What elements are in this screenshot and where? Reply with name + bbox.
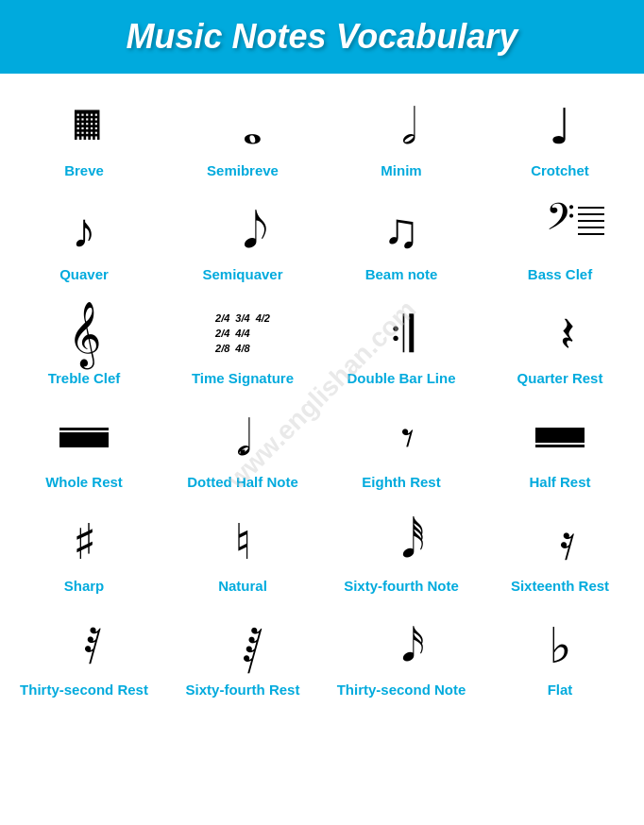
treble-clef-label: Treble Clef — [48, 370, 121, 387]
quaver-label: Quaver — [59, 266, 109, 283]
beam-note-label: Beam note — [365, 266, 438, 283]
half-rest-label: Half Rest — [529, 474, 590, 491]
list-item: 𝄽 Quarter Rest — [481, 291, 639, 395]
double-bar-label: Double Bar Line — [347, 370, 455, 387]
sixteenth-rest-label: Sixteenth Rest — [511, 578, 609, 595]
list-item: ♩ Crotchet — [481, 83, 639, 187]
list-item: 𝅗𝅥. Dotted Half Note — [163, 395, 322, 498]
sharp-symbol: ♯ — [73, 511, 96, 572]
list-item: 𝅘𝅥𝅯 Thirty-second Note — [322, 602, 481, 706]
semiquaver-label: Semiquaver — [202, 266, 282, 283]
thirty-second-note-label: Thirty-second Note — [337, 682, 466, 699]
list-item: Half Rest — [481, 395, 639, 498]
quaver-symbol: ♪ — [72, 199, 96, 261]
flat-label: Flat — [548, 682, 573, 699]
list-item: ♪ Quaver — [5, 187, 163, 291]
symbol-grid: www.englishan.com 𝄜 Breve 𝅝 Semibreve 𝅗𝅥 … — [0, 74, 644, 716]
natural-label: Natural — [218, 578, 267, 595]
sixty-fourth-rest-label: Sixty-fourth Rest — [186, 682, 300, 699]
list-item: ♭ Flat — [481, 602, 639, 706]
thirty-second-rest-label: Thirty-second Rest — [20, 682, 148, 699]
list-item: 𝄾 Eighth Rest — [322, 395, 481, 498]
natural-symbol: ♮ — [234, 511, 252, 572]
time-signature-label: Time Signature — [192, 370, 294, 387]
treble-clef-symbol: 𝄞 — [68, 303, 101, 364]
sixty-fourth-note-label: Sixty-fourth Note — [344, 578, 459, 595]
beam-note-symbol: ♫ — [383, 199, 420, 261]
list-item: 𝅁 Sixty-fourth Rest — [163, 602, 322, 706]
double-bar-symbol: 𝄇 — [390, 303, 414, 364]
whole-rest-label: Whole Rest — [45, 474, 123, 491]
list-item: 𝅘𝅥𝅰 Sixty-fourth Note — [322, 498, 481, 602]
list-item: ♯ Sharp — [5, 498, 163, 602]
list-item: 𝄿 Sixteenth Rest — [481, 498, 639, 602]
eighth-rest-label: Eighth Rest — [362, 474, 440, 491]
list-item: 𝅝 Semibreve — [163, 83, 322, 187]
list-item: 𝄇 Double Bar Line — [322, 291, 481, 395]
dotted-half-note-symbol: 𝅗𝅥. — [236, 407, 249, 468]
flat-symbol: ♭ — [549, 615, 572, 676]
list-item: Whole Rest — [5, 395, 163, 498]
whole-rest-symbol — [59, 407, 109, 468]
crotchet-symbol: ♩ — [549, 95, 572, 157]
breve-symbol: 𝄜 — [74, 95, 95, 157]
semibreve-label: Semibreve — [207, 162, 279, 179]
minim-label: Minim — [381, 162, 421, 179]
breve-label: Breve — [64, 162, 104, 179]
header: Music Notes Vocabulary — [0, 0, 644, 74]
quarter-rest-label: Quarter Rest — [517, 370, 603, 387]
half-rest-symbol — [535, 407, 585, 468]
list-item: ♫ Beam note — [322, 187, 481, 291]
time-signature-symbol: 2/43/44/2 2/44/4 2/84/8 — [215, 303, 270, 364]
list-item: 2/43/44/2 2/44/4 2/84/8 Time Signature — [163, 291, 322, 395]
list-item: 𝄢 Bass Clef — [481, 187, 639, 291]
list-item: 𝅘𝅥𝅮 Semiquaver — [163, 187, 322, 291]
list-item: 𝅗𝅥 Minim — [322, 83, 481, 187]
list-item: 𝄞 Treble Clef — [5, 291, 163, 395]
list-item: 𝅀 Thirty-second Rest — [5, 602, 163, 706]
dotted-half-note-label: Dotted Half Note — [187, 474, 298, 491]
crotchet-label: Crotchet — [531, 162, 589, 179]
bass-clef-symbol: 𝄢 — [546, 199, 575, 261]
page-title: Music Notes Vocabulary — [9, 17, 635, 57]
bass-clef-label: Bass Clef — [528, 266, 592, 283]
list-item: ♮ Natural — [163, 498, 322, 602]
sharp-label: Sharp — [64, 578, 105, 595]
list-item: 𝄜 Breve — [5, 83, 163, 187]
